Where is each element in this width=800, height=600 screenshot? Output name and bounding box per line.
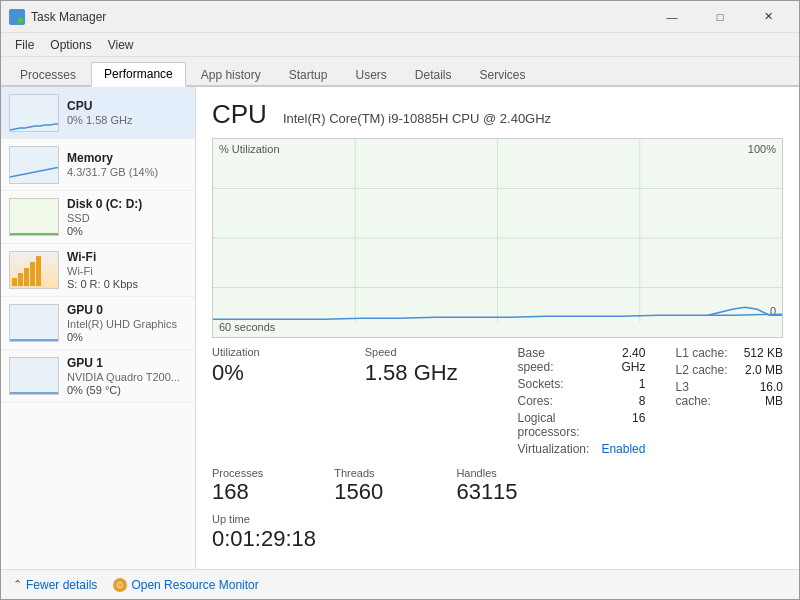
restore-button[interactable]: □ <box>697 1 743 33</box>
disk-pct: 0% <box>67 225 187 237</box>
sidebar-item-wifi[interactable]: Wi-Fi Wi-Fi S: 0 R: 0 Kbps <box>1 244 195 297</box>
wifi-name: Wi-Fi <box>67 250 187 264</box>
wifi-sub: Wi-Fi <box>67 265 187 277</box>
detail-header: CPU Intel(R) Core(TM) i9-10885H CPU @ 2.… <box>212 99 783 130</box>
menu-file[interactable]: File <box>7 33 42 56</box>
minimize-button[interactable]: — <box>649 1 695 33</box>
window-controls: — □ ✕ <box>649 1 791 33</box>
window-title: Task Manager <box>31 10 649 24</box>
speed-label: Speed <box>365 346 498 358</box>
tab-processes[interactable]: Processes <box>7 63 89 87</box>
wifi-pct: S: 0 R: 0 Kbps <box>67 278 187 290</box>
tab-app-history[interactable]: App history <box>188 63 274 87</box>
threads-stat: Threads 1560 <box>334 467 436 505</box>
tab-startup[interactable]: Startup <box>276 63 341 87</box>
menu-options[interactable]: Options <box>42 33 99 56</box>
wifi-bar-1 <box>12 278 17 286</box>
gpu0-name: GPU 0 <box>67 303 187 317</box>
disk-name: Disk 0 (C: D:) <box>67 197 187 211</box>
tab-users[interactable]: Users <box>342 63 399 87</box>
speed-value: 1.58 GHz <box>365 360 498 386</box>
stats-row-1: Utilization 0% Speed 1.58 GHz Base speed… <box>212 346 783 459</box>
title-bar: Task Manager — □ ✕ <box>1 1 799 33</box>
gpu1-thumbnail <box>9 357 59 395</box>
prop-key-l2: L2 cache: <box>675 363 727 377</box>
sidebar-item-memory[interactable]: Memory 4.3/31.7 GB (14%) <box>1 139 195 191</box>
footer: ⌃ Fewer details ⊙ Open Resource Monitor <box>1 569 799 599</box>
prop-l1: L1 cache: 512 KB <box>675 346 783 360</box>
menu-view[interactable]: View <box>100 33 142 56</box>
fewer-details-link[interactable]: ⌃ Fewer details <box>13 578 97 592</box>
utilization-stat: Utilization 0% <box>212 346 345 459</box>
memory-thumbnail <box>9 146 59 184</box>
disk-info: Disk 0 (C: D:) SSD 0% <box>67 197 187 237</box>
sidebar-item-gpu0[interactable]: GPU 0 Intel(R) UHD Graphics 0% <box>1 297 195 350</box>
props-left: Base speed: 2.40 GHz Sockets: 1 Cores: 8 <box>518 346 646 459</box>
gpu0-pct: 0% <box>67 331 187 343</box>
wifi-bar-2 <box>18 273 23 286</box>
svg-rect-8 <box>10 358 59 395</box>
sidebar-item-disk[interactable]: Disk 0 (C: D:) SSD 0% <box>1 191 195 244</box>
processes-value: 168 <box>212 479 314 505</box>
open-resource-monitor-link[interactable]: ⊙ Open Resource Monitor <box>113 578 258 592</box>
uptime-value: 0:01:29:18 <box>212 526 783 552</box>
gpu1-sub: NVIDIA Quadro T200... <box>67 371 187 383</box>
cpu-thumbnail <box>9 94 59 132</box>
prop-val-l2: 2.0 MB <box>745 363 783 377</box>
prop-key-sockets: Sockets: <box>518 377 564 391</box>
app-icon <box>9 9 25 25</box>
wifi-bar-5 <box>36 256 41 286</box>
prop-key-virt: Virtualization: <box>518 442 590 456</box>
prop-logical: Logical processors: 16 <box>518 411 646 439</box>
gpu1-pct: 0% (59 °C) <box>67 384 187 396</box>
sidebar-item-cpu[interactable]: CPU 0% 1.58 GHz <box>1 87 195 139</box>
processes-stat: Processes 168 <box>212 467 314 505</box>
svg-rect-1 <box>18 11 23 16</box>
prop-key-logical: Logical processors: <box>518 411 621 439</box>
prop-key-l3: L3 cache: <box>675 380 726 408</box>
tab-services[interactable]: Services <box>467 63 539 87</box>
prop-key-l1: L1 cache: <box>675 346 727 360</box>
detail-panel: CPU Intel(R) Core(TM) i9-10885H CPU @ 2.… <box>196 87 799 569</box>
prop-l3: L3 cache: 16.0 MB <box>675 380 783 408</box>
prop-val-logical: 16 <box>632 411 645 439</box>
tab-performance[interactable]: Performance <box>91 62 186 87</box>
menu-bar: File Options View <box>1 33 799 57</box>
svg-rect-2 <box>11 18 16 23</box>
prop-val-virt: Enabled <box>601 442 645 456</box>
fewer-details-label: Fewer details <box>26 578 97 592</box>
disk-sub: SSD <box>67 212 187 224</box>
utilization-label: Utilization <box>212 346 345 358</box>
threads-label: Threads <box>334 467 436 479</box>
prop-val-sockets: 1 <box>639 377 646 391</box>
svg-rect-6 <box>10 199 59 236</box>
tab-details[interactable]: Details <box>402 63 465 87</box>
gpu0-info: GPU 0 Intel(R) UHD Graphics 0% <box>67 303 187 343</box>
prop-val-l1: 512 KB <box>744 346 783 360</box>
prop-val-l3: 16.0 MB <box>739 380 783 408</box>
prop-base-speed: Base speed: 2.40 GHz <box>518 346 646 374</box>
gpu0-thumbnail <box>9 304 59 342</box>
detail-title: CPU <box>212 99 267 130</box>
tabs-bar: Processes Performance App history Startu… <box>1 57 799 87</box>
chart-svg <box>213 139 782 337</box>
prop-val-cores: 8 <box>639 394 646 408</box>
processes-label: Processes <box>212 467 314 479</box>
prop-virt: Virtualization: Enabled <box>518 442 646 456</box>
props-area: Base speed: 2.40 GHz Sockets: 1 Cores: 8 <box>518 346 784 459</box>
sidebar-item-gpu1[interactable]: GPU 1 NVIDIA Quadro T200... 0% (59 °C) <box>1 350 195 403</box>
handles-stat: Handles 63115 <box>456 467 558 505</box>
svg-rect-7 <box>10 305 59 342</box>
speed-stat: Speed 1.58 GHz <box>365 346 498 459</box>
memory-sub: 4.3/31.7 GB (14%) <box>67 166 187 178</box>
props-right: L1 cache: 512 KB L2 cache: 2.0 MB L3 cac… <box>675 346 783 459</box>
close-button[interactable]: ✕ <box>745 1 791 33</box>
memory-name: Memory <box>67 151 187 165</box>
prop-l2: L2 cache: 2.0 MB <box>675 363 783 377</box>
memory-info: Memory 4.3/31.7 GB (14%) <box>67 151 187 178</box>
wifi-bar-4 <box>30 262 35 286</box>
chevron-up-icon: ⌃ <box>13 578 22 591</box>
prop-sockets: Sockets: 1 <box>518 377 646 391</box>
uptime-label: Up time <box>212 513 783 525</box>
cpu-name: CPU <box>67 99 187 113</box>
